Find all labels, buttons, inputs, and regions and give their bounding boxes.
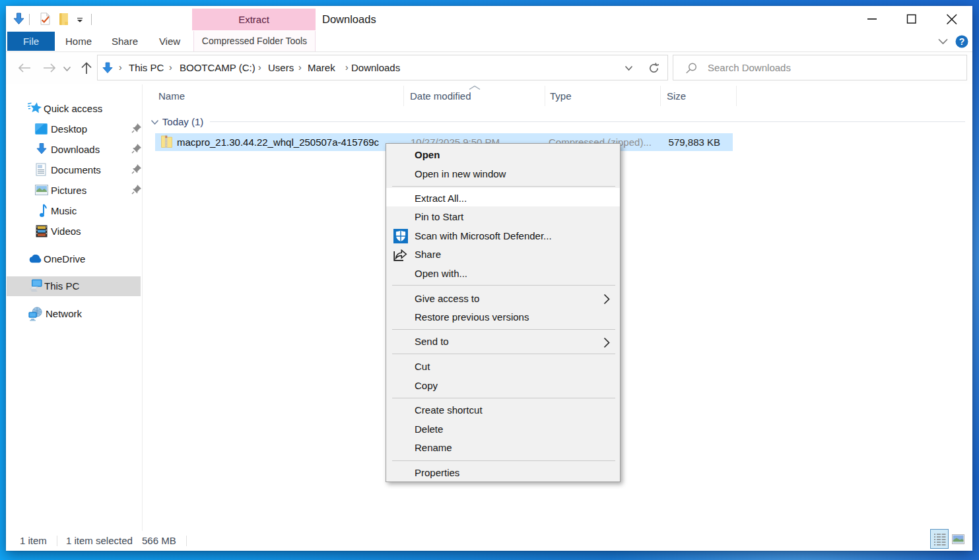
svg-text:?: ? [959,36,965,47]
